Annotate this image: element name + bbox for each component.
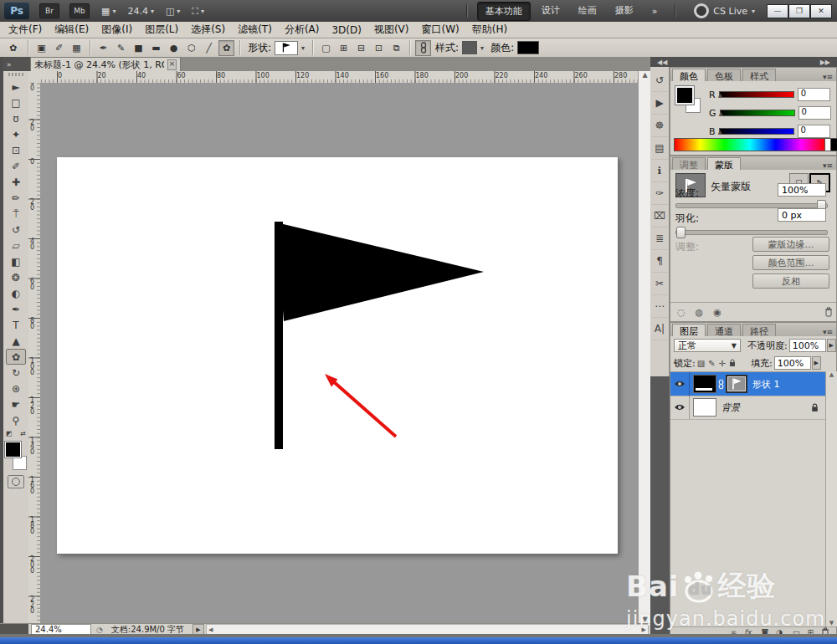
tab-swatches[interactable]: 色板	[707, 69, 741, 81]
tool-quick-select[interactable]: ✦	[6, 126, 26, 142]
mode-fill-pixels[interactable]: ▦	[69, 40, 85, 56]
panel-icon-navigator[interactable]: ☸	[652, 115, 668, 137]
scroll-right-icon[interactable]: ▶	[642, 626, 646, 633]
red-value-field[interactable]: 0	[798, 88, 830, 101]
tool-eraser[interactable]: ▱	[6, 238, 26, 253]
blue-value-field[interactable]: 0	[798, 125, 830, 138]
lock-pixels-icon[interactable]: ✎	[708, 359, 715, 368]
op-subtract-from-shape[interactable]: ⊟	[353, 40, 369, 56]
style-link-toggle[interactable]	[415, 40, 431, 56]
mode-paths[interactable]: ✐	[51, 40, 67, 56]
tool-spot-healing[interactable]: ✚	[6, 174, 26, 190]
layer-name[interactable]: 形状 1	[752, 378, 780, 391]
tool-dodge[interactable]: ◐	[6, 285, 26, 301]
tab-channels[interactable]: 通道	[707, 324, 741, 336]
tool-blur[interactable]: ❂	[6, 269, 26, 285]
mode-shape-layers[interactable]: ▣	[33, 40, 49, 56]
tool-pen[interactable]: ✒	[6, 301, 26, 317]
scroll-left-icon[interactable]: ◀	[208, 626, 213, 633]
scroll-up-icon[interactable]: ▲	[642, 71, 647, 79]
drawtool-rounded-rectangle[interactable]: ▬	[148, 40, 164, 56]
load-selection-icon[interactable]: ◌	[677, 307, 686, 318]
lock-all-icon[interactable]	[729, 359, 736, 367]
density-value-field[interactable]: 100%	[778, 183, 826, 197]
palette-grip[interactable]	[8, 73, 23, 76]
panel-icon-actions[interactable]: ▶	[652, 92, 668, 115]
menu-滤镜(T)[interactable]: 滤镜(T)	[238, 23, 272, 37]
slider-thumb-icon[interactable]: ▲	[719, 110, 723, 117]
screen-mode-button[interactable]: ⛶▾	[192, 6, 204, 17]
op-intersect-shape[interactable]: ⊡	[371, 40, 387, 56]
green-value-field[interactable]: 0	[798, 106, 831, 120]
panel-menu-icon[interactable]: ▾≡	[823, 328, 833, 336]
feather-value-field[interactable]: 0 px	[778, 208, 826, 222]
layer-row-shape1[interactable]: 形状 1	[670, 372, 825, 396]
opacity-value-field[interactable]: 100%	[789, 339, 826, 352]
tab-paths[interactable]: 路径	[742, 324, 776, 336]
lock-position-icon[interactable]: ✛	[719, 359, 726, 368]
fill-slider-button[interactable]: ▶	[812, 356, 821, 370]
tool-lasso[interactable]: ʊ	[6, 110, 26, 126]
default-swap-colors[interactable]: ◩⇄	[6, 430, 26, 438]
tool-crop[interactable]: ⊡	[6, 142, 26, 158]
vector-mask-thumbnail[interactable]	[726, 375, 747, 393]
tool-path-selection[interactable]: ▲	[6, 333, 26, 349]
scroll-down-icon[interactable]: ▼	[642, 616, 647, 623]
style-swatch[interactable]	[462, 41, 477, 54]
panel-icon-paragraph[interactable]: ¶	[652, 250, 668, 273]
restore-button[interactable]: ❐	[788, 4, 810, 18]
red-slider[interactable]: ▲	[719, 91, 794, 98]
minimize-button[interactable]: —	[767, 4, 788, 18]
close-button[interactable]: ✕	[810, 4, 832, 18]
tab-layers[interactable]: 图层	[672, 324, 706, 336]
panel-icon-clone-source[interactable]: ⌧	[652, 205, 668, 227]
trash-icon[interactable]	[824, 307, 833, 317]
vertical-ruler[interactable]: 4020020406080100120140160180200220240	[28, 83, 41, 623]
quick-mask-button[interactable]	[8, 475, 24, 488]
tool-eyedropper[interactable]: ✐	[6, 158, 26, 174]
background-color-swatch[interactable]	[13, 456, 27, 470]
tool-clone-stamp[interactable]: ⍑	[6, 206, 26, 222]
mask-edge-button[interactable]: 蒙版边缘…	[752, 237, 829, 252]
menu-3D(D)[interactable]: 3D(D)	[331, 24, 361, 36]
workspace-绘画[interactable]: 绘画	[571, 2, 604, 21]
color-spectrum-bar[interactable]	[674, 138, 826, 151]
vertical-scrollbar[interactable]: ▲ ▼	[638, 71, 651, 623]
shape-color-swatch[interactable]	[517, 41, 539, 54]
mini-bridge-button[interactable]: Mb	[69, 3, 90, 18]
tab-close-icon[interactable]: ×	[167, 59, 177, 70]
apply-mask-icon[interactable]: ◍	[696, 307, 704, 318]
layers-scrollbar[interactable]: ▲ ▼	[825, 371, 837, 626]
spectrum-black-swatch[interactable]	[830, 138, 837, 151]
workspace-设计[interactable]: 设计	[534, 2, 567, 21]
menu-图像(I)[interactable]: 图像(I)	[101, 23, 132, 37]
drawtool-polygon[interactable]: ⬡	[183, 40, 199, 56]
workspace-基本功能[interactable]: 基本功能	[477, 2, 531, 21]
layer-name[interactable]: 背景	[721, 401, 740, 414]
slider-handle[interactable]	[676, 227, 686, 238]
zoom-level-dropdown[interactable]: 24.4▾	[127, 6, 154, 17]
toolbar-collapse-button[interactable]: »	[3, 57, 32, 71]
menu-分析(A)[interactable]: 分析(A)	[285, 23, 320, 37]
scroll-up-icon[interactable]: ▲	[829, 371, 834, 378]
foreground-color-swatch[interactable]	[5, 442, 21, 457]
menu-选择(S)[interactable]: 选择(S)	[191, 23, 225, 37]
workspace-overflow-button[interactable]: »	[644, 3, 665, 19]
tab-masks[interactable]: 蒙版	[707, 157, 741, 170]
horizontal-ruler[interactable]: 0204060801001201401601802002202402602803…	[40, 71, 638, 84]
foreground-color-swatch[interactable]	[675, 86, 694, 105]
blend-mode-dropdown[interactable]: 正常▼	[674, 339, 741, 352]
arrange-documents-button[interactable]: ◫▾	[166, 6, 180, 17]
menu-帮助(H)[interactable]: 帮助(H)	[472, 23, 507, 37]
bridge-button[interactable]: Br	[39, 3, 59, 18]
feather-slider[interactable]	[675, 230, 828, 235]
green-slider[interactable]: ▲	[720, 110, 795, 116]
tool-custom-shape[interactable]: ✿	[6, 349, 26, 365]
tool-marquee[interactable]: □	[6, 95, 26, 110]
drawtool-custom-shape[interactable]: ✿	[218, 40, 234, 56]
layer-thumbnail[interactable]	[693, 398, 716, 417]
drawtool-rectangle[interactable]: ■	[131, 40, 146, 56]
mask-visibility-icon[interactable]: ◉	[713, 307, 721, 318]
lock-transparency-icon[interactable]: ▨	[697, 359, 705, 368]
fill-value-field[interactable]: 100%	[774, 356, 811, 370]
